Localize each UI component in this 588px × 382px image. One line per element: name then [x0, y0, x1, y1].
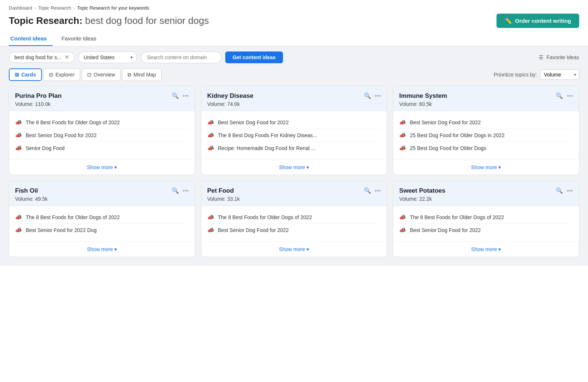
- card-volume: Volume: 49.5k: [15, 196, 189, 202]
- card-search-icon[interactable]: 🔍: [172, 187, 179, 194]
- card-title: Sweet Potatoes: [399, 187, 445, 194]
- toolbar: best dog food for s... ✕ United States U…: [0, 46, 588, 68]
- card-item: 📣 Senior Dog Food: [15, 142, 189, 154]
- breadcrumb: Dashboard › Topic Research › Topic Resea…: [9, 5, 579, 11]
- breadcrumb-dashboard[interactable]: Dashboard: [9, 5, 32, 11]
- card-footer: Show more ▾: [9, 160, 195, 175]
- tab-content-ideas[interactable]: Content Ideas: [9, 32, 53, 46]
- card-footer: Show more ▾: [201, 160, 387, 175]
- megaphone-icon: 📣: [399, 132, 406, 139]
- keyword-chip-text: best dog food for s...: [14, 54, 61, 60]
- card-item: 📣 Best Senior Food for 2022 Dog: [15, 224, 189, 236]
- card-title: Immune System: [399, 92, 447, 100]
- domain-search-input[interactable]: [141, 51, 222, 63]
- view-mindmap-button[interactable]: ⧉ Mind Map: [122, 68, 161, 81]
- card-item-text: Best Senior Dog Food for 2022: [218, 227, 289, 233]
- breadcrumb-topic-research[interactable]: Topic Research: [38, 5, 71, 11]
- card-body: 📣 The 8 Best Foods for Older Dogs of 202…: [393, 206, 579, 242]
- megaphone-icon: 📣: [15, 145, 22, 151]
- card-more-icon[interactable]: •••: [567, 188, 573, 194]
- card-item-text: The 8 Best Foods for Older Dogs of 2022: [410, 214, 504, 220]
- card-4: Pet Food 🔍 ••• Volume: 33.1k 📣 The 8 Bes…: [201, 181, 387, 257]
- tab-favorite-ideas[interactable]: Favorite Ideas: [60, 32, 102, 46]
- prioritize-select[interactable]: Volume Difficulty Relevance: [540, 69, 579, 80]
- card-item: 📣 The 8 Best Dog Foods For Kidney Diseas…: [207, 129, 381, 142]
- card-search-icon[interactable]: 🔍: [556, 187, 563, 194]
- card-title-row: Immune System 🔍 •••: [399, 92, 573, 100]
- card-title-row: Fish Oil 🔍 •••: [15, 187, 189, 194]
- card-search-icon[interactable]: 🔍: [556, 92, 563, 99]
- card-search-icon[interactable]: 🔍: [172, 92, 179, 99]
- card-more-icon[interactable]: •••: [183, 93, 189, 99]
- card-1: Kidney Disease 🔍 ••• Volume: 74.0k 📣 Bes…: [201, 86, 387, 175]
- card-item: 📣 The 8 Best Foods for Older Dogs of 202…: [207, 211, 381, 224]
- prioritize-row: Prioritize topics by: Volume Difficulty …: [494, 69, 579, 80]
- card-header: Pet Food 🔍 ••• Volume: 33.1k: [201, 181, 387, 206]
- cards-view-label: Cards: [21, 72, 36, 78]
- card-title: Kidney Disease: [207, 92, 254, 100]
- card-search-icon[interactable]: 🔍: [364, 92, 371, 99]
- card-more-icon[interactable]: •••: [183, 188, 189, 194]
- card-title: Fish Oil: [15, 187, 38, 194]
- keyword-chip-close[interactable]: ✕: [64, 54, 69, 60]
- card-actions: 🔍 •••: [172, 187, 189, 194]
- prioritize-label: Prioritize topics by:: [494, 72, 537, 78]
- card-item-text: The 8 Best Foods for Older Dogs of 2022: [218, 214, 312, 220]
- card-footer: Show more ▾: [393, 242, 579, 257]
- card-actions: 🔍 •••: [364, 187, 381, 194]
- country-select[interactable]: United States United Kingdom Canada Aust…: [78, 51, 137, 63]
- card-more-icon[interactable]: •••: [375, 93, 381, 99]
- card-search-icon[interactable]: 🔍: [364, 187, 371, 194]
- show-more-button[interactable]: Show more ▾: [87, 164, 117, 170]
- card-item-text: The 8 Best Foods for Older Dogs of 2022: [26, 214, 120, 220]
- breadcrumb-sep-2: ›: [74, 5, 75, 11]
- card-item: 📣 The 8 Best Foods for Older Dogs of 202…: [399, 211, 573, 224]
- card-body: 📣 Best Senior Dog Food for 2022 📣 The 8 …: [201, 111, 387, 160]
- view-switcher: ⊞ Cards ⊟ Explorer ⊡ Overview ⧉ Mind Map: [9, 68, 162, 81]
- favorite-ideas-link[interactable]: ☰ Favorite Ideas: [539, 54, 579, 60]
- show-more-button[interactable]: Show more ▾: [279, 164, 309, 170]
- card-volume: Volume: 60.5k: [399, 101, 573, 107]
- overview-view-label: Overview: [94, 72, 115, 78]
- card-3: Fish Oil 🔍 ••• Volume: 49.5k 📣 The 8 Bes…: [9, 181, 195, 257]
- cards-grid: Purina Pro Plan 🔍 ••• Volume: 110.0k 📣 T…: [9, 86, 579, 257]
- card-0: Purina Pro Plan 🔍 ••• Volume: 110.0k 📣 T…: [9, 86, 195, 175]
- card-title-row: Sweet Potatoes 🔍 •••: [399, 187, 573, 194]
- card-header: Purina Pro Plan 🔍 ••• Volume: 110.0k: [9, 86, 195, 111]
- prioritize-select-wrapper: Volume Difficulty Relevance ▾: [540, 69, 579, 80]
- mindmap-view-label: Mind Map: [133, 72, 156, 78]
- show-more-button[interactable]: Show more ▾: [87, 246, 117, 252]
- keyword-chip: best dog food for s... ✕: [9, 52, 75, 63]
- megaphone-icon: 📣: [207, 132, 214, 139]
- card-item-text: Best Senior Dog Food for 2022: [410, 227, 481, 233]
- card-volume: Volume: 33.1k: [207, 196, 381, 202]
- card-more-icon[interactable]: •••: [567, 93, 573, 99]
- card-item: 📣 25 Best Dog Food for Older Dogs: [399, 142, 573, 154]
- card-volume: Volume: 110.0k: [15, 101, 189, 107]
- show-more-button[interactable]: Show more ▾: [279, 246, 309, 252]
- card-item: 📣 Best Senior Dog Food for 2022: [399, 116, 573, 129]
- card-header: Kidney Disease 🔍 ••• Volume: 74.0k: [201, 86, 387, 111]
- cards-view-icon: ⊞: [15, 72, 19, 78]
- order-edit-icon: ✏️: [505, 17, 512, 24]
- view-overview-button[interactable]: ⊡ Overview: [82, 68, 121, 81]
- show-more-button[interactable]: Show more ▾: [471, 164, 501, 170]
- order-content-writing-button[interactable]: ✏️ Order content writing: [496, 14, 579, 28]
- card-5: Sweet Potatoes 🔍 ••• Volume: 22.2k 📣 The…: [393, 181, 579, 257]
- view-toolbar: ⊞ Cards ⊟ Explorer ⊡ Overview ⧉ Mind Map…: [0, 68, 588, 86]
- card-header: Sweet Potatoes 🔍 ••• Volume: 22.2k: [393, 181, 579, 206]
- megaphone-icon: 📣: [207, 214, 214, 221]
- megaphone-icon: 📣: [15, 132, 22, 139]
- show-more-button[interactable]: Show more ▾: [471, 246, 501, 252]
- page-title-keyword: best dog food for senior dogs: [85, 15, 209, 26]
- favorite-list-icon: ☰: [539, 54, 544, 60]
- get-content-ideas-button[interactable]: Get content ideas: [225, 51, 283, 63]
- megaphone-icon: 📣: [207, 145, 214, 151]
- view-cards-button[interactable]: ⊞ Cards: [9, 68, 42, 81]
- view-explorer-button[interactable]: ⊟ Explorer: [43, 68, 80, 81]
- card-title-row: Pet Food 🔍 •••: [207, 187, 381, 194]
- card-footer: Show more ▾: [393, 160, 579, 175]
- card-footer: Show more ▾: [201, 242, 387, 257]
- megaphone-icon: 📣: [207, 227, 214, 233]
- card-more-icon[interactable]: •••: [375, 188, 381, 194]
